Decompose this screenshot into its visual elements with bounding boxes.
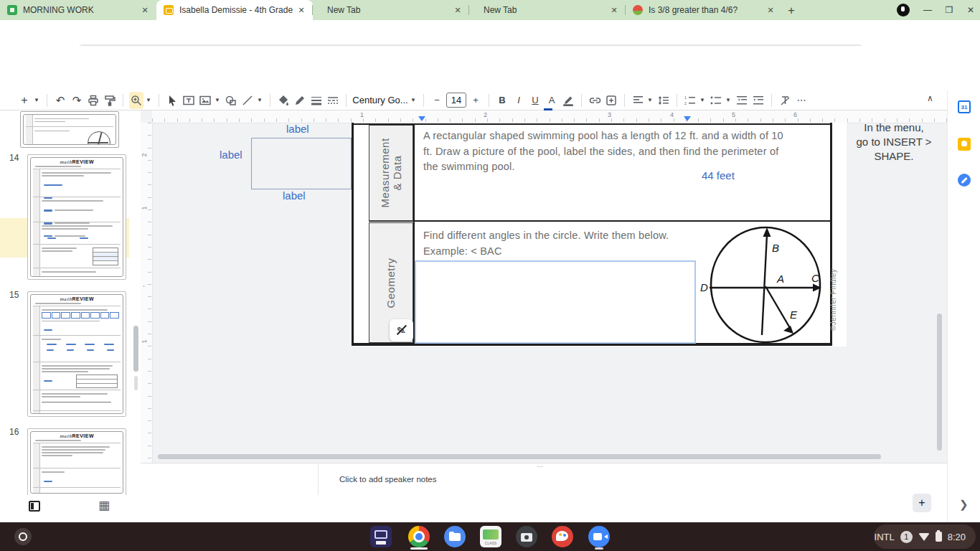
zoom-app-icon[interactable] xyxy=(588,526,610,547)
point-b-label: B xyxy=(772,242,779,254)
browser-profile-avatar[interactable] xyxy=(897,4,910,17)
shape-label-bottom[interactable]: label xyxy=(283,189,306,202)
keep-icon[interactable] xyxy=(958,138,971,151)
bulleted-list-icon[interactable] xyxy=(709,92,723,109)
slide-thumbnail-13[interactable] xyxy=(20,111,119,148)
align-dropdown[interactable]: ▼ xyxy=(647,97,654,103)
filmstrip-view-icon[interactable] xyxy=(29,501,40,512)
close-icon[interactable]: ✕ xyxy=(296,4,307,16)
border-weight-icon[interactable] xyxy=(309,92,324,109)
slide-thumbnail-14[interactable]: mathREVIEW xyxy=(27,154,126,280)
chrome-app-icon[interactable] xyxy=(408,526,430,547)
instruction-note[interactable]: In the menu, go to INSERT > SHAPE. xyxy=(851,121,937,164)
angles-question-line1[interactable]: Find different angles in the circle. Wri… xyxy=(423,228,725,244)
fill-color-icon[interactable] xyxy=(276,92,291,109)
decrease-indent-icon[interactable] xyxy=(735,92,749,109)
bulleted-list-dropdown[interactable]: ▼ xyxy=(725,97,732,103)
align-icon[interactable] xyxy=(631,92,645,109)
speaker-notes-placeholder[interactable]: Click to add speaker notes xyxy=(339,475,437,484)
zoom-tool-button[interactable] xyxy=(129,92,143,109)
decrease-font-button[interactable]: − xyxy=(430,92,444,109)
selected-answer-text-box[interactable] xyxy=(415,260,696,344)
shape-label-left[interactable]: label xyxy=(220,149,242,161)
tasks-icon[interactable] xyxy=(958,174,971,187)
shape-label-top[interactable]: label xyxy=(286,123,309,135)
canvas-horizontal-scrollbar[interactable] xyxy=(158,454,881,459)
slide-thumbnail-15[interactable]: mathREVIEW xyxy=(27,291,126,417)
classroom-app-icon[interactable]: CLASS xyxy=(480,526,501,547)
pen-tool-button[interactable]: ✎ xyxy=(390,319,413,342)
highlight-color-icon[interactable] xyxy=(561,92,575,109)
window-maximize-button[interactable]: ❐ xyxy=(943,4,956,16)
slide-canvas[interactable]: 1 2 3 4 5 6 2 1 - 1 label label label la… xyxy=(141,110,947,463)
explore-button[interactable]: + xyxy=(913,494,931,512)
select-cursor-icon[interactable] xyxy=(165,92,179,109)
angles-question-line2[interactable]: Example: < BAC xyxy=(423,244,725,260)
underline-button[interactable]: U xyxy=(528,92,542,109)
close-icon[interactable]: ✕ xyxy=(765,4,776,16)
current-slide[interactable]: Measurement & Data Geometry A rectangula… xyxy=(352,123,847,347)
border-dash-icon[interactable] xyxy=(326,92,340,109)
zoom-dropdown[interactable]: ▼ xyxy=(146,97,153,103)
tab-new-tab-1[interactable]: New Tab ✕ xyxy=(313,0,469,20)
image-dropdown[interactable]: ▼ xyxy=(215,97,222,103)
increase-indent-icon[interactable] xyxy=(751,92,765,109)
filmstrip-scrollbar-segment[interactable] xyxy=(134,376,138,390)
slide-thumbnail-16[interactable]: mathREVIEW xyxy=(27,428,126,496)
line-dropdown[interactable]: ▼ xyxy=(257,97,264,103)
numbered-list-icon[interactable]: 12 xyxy=(683,92,697,109)
files-app-icon[interactable] xyxy=(444,526,466,547)
notes-resize-handle[interactable]: ⋯ xyxy=(537,463,544,470)
close-icon[interactable]: ✕ xyxy=(608,4,620,16)
text-color-button[interactable]: A xyxy=(545,92,559,109)
art-app-icon[interactable] xyxy=(552,526,573,547)
insert-line-icon[interactable] xyxy=(240,92,255,109)
redo-button[interactable]: ↷ xyxy=(70,92,84,109)
new-tab-button[interactable]: + xyxy=(783,3,799,19)
insert-link-icon[interactable] xyxy=(588,92,602,109)
launcher-button[interactable] xyxy=(14,528,32,545)
new-slide-dropdown[interactable]: ▼ xyxy=(34,97,41,103)
calendar-icon[interactable]: 31 xyxy=(958,100,971,113)
window-close-button[interactable]: ✕ xyxy=(964,4,977,16)
close-icon[interactable]: ✕ xyxy=(452,4,463,16)
insert-image-icon[interactable] xyxy=(198,92,212,109)
paint-format-icon[interactable] xyxy=(103,92,117,109)
tab-fraction-question[interactable]: Is 3/8 greater than 4/6? ✕ xyxy=(626,0,782,20)
bold-button[interactable]: B xyxy=(495,92,509,109)
pool-answer-text[interactable]: 44 feet xyxy=(702,169,735,182)
canvas-rectangle-shape[interactable] xyxy=(251,138,352,189)
grid-view-icon[interactable]: ▦ xyxy=(98,499,110,512)
pool-question-text[interactable]: A rectangular shaped swimming pool has a… xyxy=(423,128,788,175)
tab-morning-work[interactable]: MORNING WORK ✕ xyxy=(0,0,156,20)
new-slide-button[interactable]: + xyxy=(17,92,32,109)
more-tools-button[interactable]: ⋯ xyxy=(794,92,809,109)
font-family-selector[interactable]: Century Go... xyxy=(352,92,408,109)
benq-app-icon[interactable] xyxy=(370,526,392,547)
circle-angle-diagram[interactable]: B A C D E xyxy=(698,222,831,345)
insert-shape-icon[interactable] xyxy=(224,92,238,109)
window-minimize-button[interactable]: — xyxy=(921,4,934,16)
border-color-icon[interactable] xyxy=(293,92,307,109)
status-tray[interactable]: INTL 1 8:20 xyxy=(874,524,976,549)
increase-font-button[interactable]: + xyxy=(468,92,483,109)
undo-button[interactable]: ↶ xyxy=(53,92,67,109)
font-dropdown[interactable]: ▼ xyxy=(410,97,418,103)
italic-button[interactable]: I xyxy=(512,92,526,109)
clear-formatting-icon[interactable] xyxy=(778,92,792,109)
camera-app-icon[interactable] xyxy=(516,526,537,547)
canvas-vertical-scrollbar[interactable] xyxy=(937,314,942,451)
line-spacing-icon[interactable] xyxy=(656,92,671,109)
text-box-icon[interactable] xyxy=(182,92,196,109)
speaker-notes-pane[interactable]: ⋯ Click to add speaker notes xyxy=(141,463,947,496)
tab-new-tab-2[interactable]: New Tab ✕ xyxy=(469,0,626,20)
collapse-toolbar-icon[interactable]: ∧ xyxy=(927,93,933,103)
tab-slides-active[interactable]: Isabella Demissie - 4th Grade Ma ✕ xyxy=(156,0,313,20)
close-icon[interactable]: ✕ xyxy=(139,4,151,16)
side-panel-collapse-icon[interactable]: ❯ xyxy=(959,498,969,511)
font-size-field[interactable]: 14 xyxy=(446,93,466,108)
insert-comment-icon[interactable] xyxy=(604,92,618,109)
numbered-list-dropdown[interactable]: ▼ xyxy=(699,97,707,103)
print-icon[interactable] xyxy=(86,92,100,109)
filmstrip-scrollbar[interactable] xyxy=(133,326,138,372)
